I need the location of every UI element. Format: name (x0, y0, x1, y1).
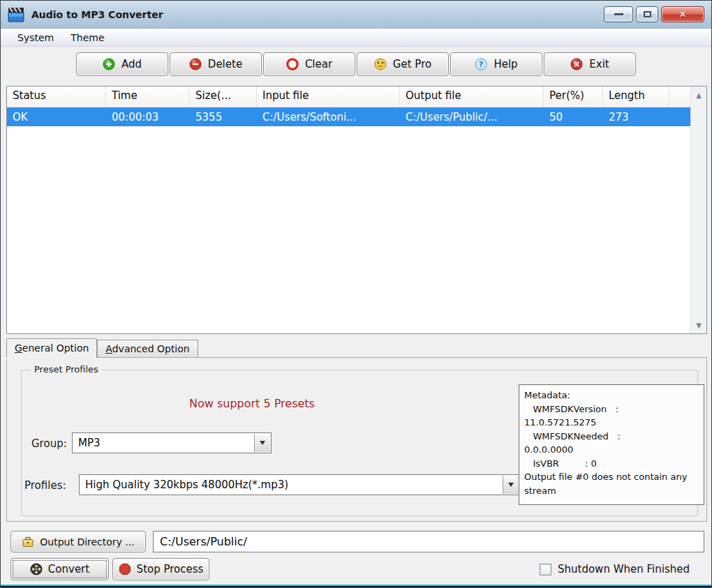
help-icon: ? (475, 58, 487, 70)
tab-label: dvanced Option (112, 343, 190, 354)
delete-icon (189, 58, 202, 70)
app-window: Audio to MP3 Converter ✕ System Theme Ad… (0, 0, 712, 588)
tab-general-option[interactable]: General Option (6, 338, 97, 358)
menu-system[interactable]: System (9, 30, 62, 45)
chevron-down-icon (260, 441, 265, 445)
shutdown-option: Shutdown When Finished (540, 563, 690, 575)
tab-label: G (15, 342, 22, 354)
tab-label: A (105, 343, 112, 354)
window-controls: ✕ (604, 6, 704, 22)
toolbar-button-label: Add (121, 58, 142, 70)
help-button[interactable]: ? Help (450, 52, 542, 76)
cell-percent: 50 (544, 111, 603, 123)
smiley-icon (374, 58, 387, 70)
minimize-icon (614, 13, 623, 15)
exit-icon (570, 58, 583, 70)
add-button[interactable]: Add (76, 52, 168, 76)
column-header-status[interactable]: Status (7, 86, 106, 107)
groupbox-title: Preset Profiles (31, 364, 102, 375)
film-reel-icon (30, 563, 43, 575)
general-option-panel: Preset Profiles Now support 5 Presets Gr… (6, 357, 707, 522)
shutdown-label: Shutdown When Finished (558, 563, 690, 575)
stop-process-label: Stop Process (137, 563, 204, 575)
exit-button[interactable]: Exit (544, 52, 636, 76)
toolbar-button-label: Exit (589, 58, 609, 70)
titlebar: Audio to MP3 Converter ✕ (1, 1, 711, 29)
cell-length: 273 (603, 111, 669, 123)
conversion-list: Status Time Size(... Input file Output f… (6, 86, 707, 334)
close-icon: ✕ (679, 9, 687, 20)
table-row[interactable]: OK 00:00:03 5355 C:/Users/Softoni... C:/… (7, 107, 690, 126)
svg-text:?: ? (479, 60, 483, 69)
get-pro-button[interactable]: Get Pro (357, 52, 449, 76)
column-header-time[interactable]: Time (106, 86, 190, 107)
profiles-value: High Quality 320kbps 48000Hz(*.mp3) (80, 475, 502, 495)
list-header: Status Time Size(... Input file Output f… (7, 86, 690, 107)
close-button[interactable]: ✕ (661, 6, 704, 22)
toolbar-button-label: Delete (208, 58, 242, 70)
column-header-length[interactable]: Length (603, 86, 669, 107)
profiles-label: Profiles: (24, 479, 66, 492)
column-header-input-file[interactable]: Input file (257, 86, 400, 107)
scroll-down-icon[interactable]: ▼ (691, 318, 706, 332)
clear-button[interactable]: Clear (263, 52, 355, 76)
column-header-size[interactable]: Size(... (190, 86, 257, 107)
metadata-box: Metadata: WMFSDKVersion : 11.0.5721.5275… (519, 384, 704, 505)
convert-label: Convert (48, 563, 89, 575)
column-header-percent[interactable]: Per(%) (544, 86, 603, 107)
output-directory-label: Output Directory ... (40, 536, 134, 548)
toolbar-button-label: Get Pro (393, 58, 431, 70)
folder-icon (22, 536, 34, 548)
maximize-button[interactable] (636, 6, 658, 22)
toolbar: Add Delete Clear Get Pro (1, 47, 711, 83)
vertical-scrollbar[interactable]: ▲ ▼ (690, 86, 706, 333)
delete-button[interactable]: Delete (170, 52, 262, 76)
group-combobox[interactable]: MP3 (72, 432, 272, 453)
tab-advanced-option[interactable]: Advanced Option (97, 340, 198, 358)
stop-octagon-icon (119, 563, 131, 575)
clear-icon (286, 58, 299, 70)
output-directory-button[interactable]: Output Directory ... (10, 531, 146, 552)
preset-profiles-groupbox: Preset Profiles Now support 5 Presets Gr… (21, 370, 698, 516)
stop-process-button[interactable]: Stop Process (112, 558, 209, 580)
window-title: Audio to MP3 Converter (31, 9, 163, 20)
shutdown-checkbox[interactable] (540, 564, 551, 575)
profiles-dropdown-button[interactable] (503, 476, 519, 494)
option-tabs: General Option Advanced Option (6, 340, 198, 358)
profiles-combobox[interactable]: High Quality 320kbps 48000Hz(*.mp3) (79, 474, 520, 495)
tab-label: eneral Option (22, 342, 89, 354)
group-label: Group: (31, 437, 67, 450)
minimize-button[interactable] (604, 6, 633, 22)
chevron-down-icon (508, 483, 514, 487)
window-frame-bottom (1, 582, 711, 587)
output-path-input[interactable] (153, 531, 704, 552)
cell-input-file: C:/Users/Softoni... (257, 111, 400, 123)
scroll-up-icon[interactable]: ▲ (691, 88, 706, 102)
column-header-output-file[interactable]: Output file (400, 86, 544, 107)
cell-status: OK (7, 111, 106, 123)
cell-output-file: C:/Users/Public/... (400, 111, 544, 123)
presets-notice: Now support 5 Presets (189, 397, 315, 410)
app-icon (8, 6, 26, 23)
cell-time: 00:00:03 (106, 111, 190, 123)
cell-size: 5355 (190, 111, 257, 123)
menu-theme[interactable]: Theme (62, 30, 112, 45)
convert-button[interactable]: Convert (10, 558, 109, 580)
list-viewport: Status Time Size(... Input file Output f… (7, 86, 690, 333)
group-dropdown-button[interactable] (254, 434, 270, 452)
menubar: System Theme (1, 29, 711, 47)
toolbar-button-label: Help (494, 58, 517, 70)
maximize-icon (644, 11, 651, 17)
group-value: MP3 (73, 433, 253, 453)
add-icon (103, 58, 115, 70)
toolbar-button-label: Clear (305, 58, 332, 70)
